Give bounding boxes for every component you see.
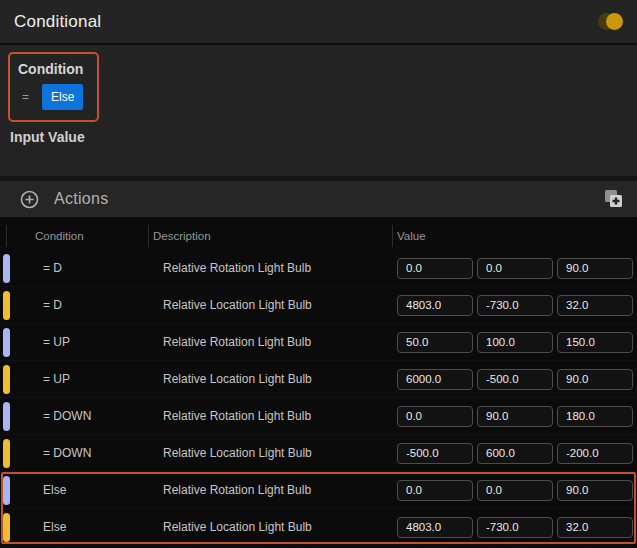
action-row[interactable]: = UP Relative Rotation Light Bulb — [0, 324, 637, 361]
row-accent-pill — [3, 513, 10, 542]
action-row[interactable]: = DOWN Relative Location Light Bulb — [0, 435, 637, 472]
row-description: Relative Location Light Bulb — [163, 372, 397, 386]
column-divider[interactable] — [148, 225, 149, 247]
duplicate-action-button[interactable] — [601, 187, 625, 211]
row-condition: = UP — [43, 372, 163, 386]
value-z-input[interactable] — [557, 369, 633, 390]
action-row[interactable]: = D Relative Location Light Bulb — [0, 287, 637, 324]
row-condition: = UP — [43, 335, 163, 349]
value-z-input[interactable] — [557, 517, 633, 538]
row-accent-pill — [3, 439, 10, 468]
value-y-input[interactable] — [477, 369, 553, 390]
value-y-input[interactable] — [477, 517, 553, 538]
row-condition: = DOWN — [43, 409, 163, 423]
add-action-button[interactable] — [20, 190, 39, 209]
column-divider[interactable] — [392, 225, 393, 247]
row-accent-pill — [3, 476, 10, 505]
row-condition: = D — [43, 261, 163, 275]
action-row[interactable]: = D Relative Rotation Light Bulb — [0, 250, 637, 287]
header-description: Description — [153, 230, 397, 242]
row-condition: Else — [43, 483, 163, 497]
value-x-input[interactable] — [397, 295, 473, 316]
value-x-input[interactable] — [397, 443, 473, 464]
value-z-input[interactable] — [557, 443, 633, 464]
value-x-input[interactable] — [397, 406, 473, 427]
value-z-input[interactable] — [557, 258, 633, 279]
row-description: Relative Location Light Bulb — [163, 520, 397, 534]
value-z-input[interactable] — [557, 332, 633, 353]
column-divider[interactable] — [6, 225, 7, 247]
condition-label: Condition — [18, 61, 83, 77]
input-value-label: Input Value — [10, 129, 629, 145]
condition-else-badge[interactable]: Else — [42, 84, 83, 110]
row-description: Relative Rotation Light Bulb — [163, 409, 397, 423]
actions-table: Condition Description Value = D Relative… — [0, 218, 637, 548]
row-description: Relative Location Light Bulb — [163, 298, 397, 312]
value-y-input[interactable] — [477, 480, 553, 501]
row-condition: Else — [43, 520, 163, 534]
actions-table-header: Condition Description Value — [0, 222, 637, 250]
row-accent-pill — [3, 254, 10, 283]
actions-table-body: = D Relative Rotation Light Bulb = D Rel… — [0, 250, 637, 546]
row-condition: = D — [43, 298, 163, 312]
keyframe-dot-icon[interactable] — [598, 13, 623, 30]
action-row[interactable]: = UP Relative Location Light Bulb — [0, 361, 637, 398]
row-description: Relative Rotation Light Bulb — [163, 261, 397, 275]
value-z-input[interactable] — [557, 295, 633, 316]
plus-circle-icon — [20, 190, 39, 209]
row-accent-pill — [3, 291, 10, 320]
value-y-input[interactable] — [477, 406, 553, 427]
row-description: Relative Location Light Bulb — [163, 446, 397, 460]
duplicate-plus-icon — [601, 187, 625, 211]
action-row[interactable]: Else Relative Rotation Light Bulb — [0, 472, 637, 509]
action-row[interactable]: = DOWN Relative Rotation Light Bulb — [0, 398, 637, 435]
row-condition: = DOWN — [43, 446, 163, 460]
value-x-input[interactable] — [397, 332, 473, 353]
value-y-input[interactable] — [477, 332, 553, 353]
panel-titlebar: Conditional — [0, 0, 637, 45]
row-accent-pill — [3, 328, 10, 357]
condition-section: Condition = Else Input Value — [0, 45, 637, 176]
value-x-input[interactable] — [397, 258, 473, 279]
row-description: Relative Rotation Light Bulb — [163, 335, 397, 349]
keyframe-dot-front — [606, 13, 623, 30]
row-description: Relative Rotation Light Bulb — [163, 483, 397, 497]
header-value: Value — [397, 230, 426, 242]
equals-operator: = — [22, 90, 34, 104]
condition-box: Condition = Else — [8, 52, 99, 122]
value-y-input[interactable] — [477, 258, 553, 279]
value-x-input[interactable] — [397, 369, 473, 390]
panel-title: Conditional — [14, 12, 101, 32]
header-condition: Condition — [35, 230, 153, 242]
actions-title: Actions — [54, 190, 109, 208]
value-x-input[interactable] — [397, 480, 473, 501]
value-y-input[interactable] — [477, 295, 553, 316]
actions-header: Actions — [0, 181, 637, 218]
row-accent-pill — [3, 365, 10, 394]
value-y-input[interactable] — [477, 443, 553, 464]
value-z-input[interactable] — [557, 480, 633, 501]
action-row[interactable]: Else Relative Location Light Bulb — [0, 509, 637, 546]
conditional-panel: Conditional Condition = Else Input Value… — [0, 0, 637, 548]
row-accent-pill — [3, 402, 10, 431]
value-x-input[interactable] — [397, 517, 473, 538]
value-z-input[interactable] — [557, 406, 633, 427]
